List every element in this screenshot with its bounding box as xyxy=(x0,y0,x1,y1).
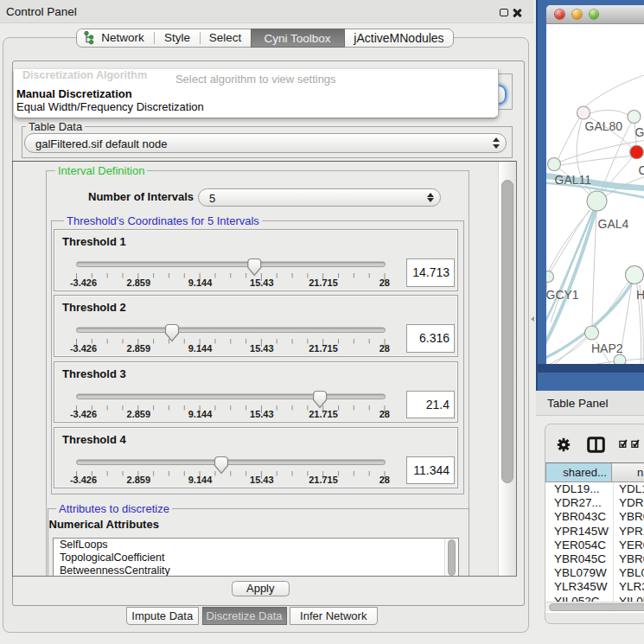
svg-text:HAP2: HAP2 xyxy=(591,341,623,355)
svg-text:GAL4: GAL4 xyxy=(598,217,629,231)
svg-text:GAL80: GAL80 xyxy=(585,119,623,133)
svg-text:HA: HA xyxy=(636,288,644,302)
svg-text:GAL11: GAL11 xyxy=(555,173,592,187)
svg-text:GAL: GAL xyxy=(635,125,644,139)
svg-text:CY: CY xyxy=(639,163,644,177)
svg-text:GCY1: GCY1 xyxy=(546,288,579,302)
